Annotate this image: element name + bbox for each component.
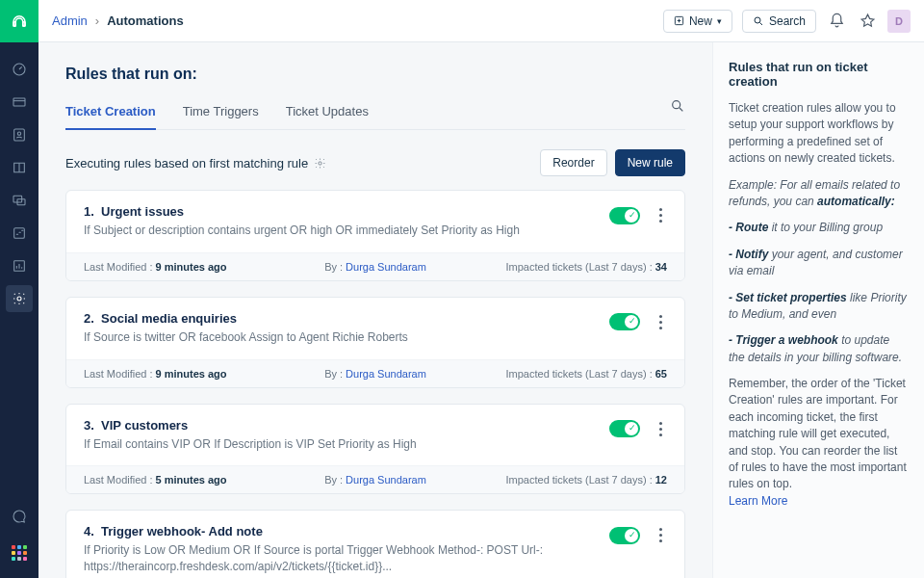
rule-toggle[interactable]: ✓ — [609, 207, 640, 224]
rule-impacted: Impacted tickets (Last 7 days) : 34 — [473, 261, 667, 273]
help-title: Rules that run on ticket creation — [729, 60, 909, 89]
rule-title: 1. Urgent issues — [84, 204, 600, 219]
rule-last-modified: Last Modified : 9 minutes ago — [84, 368, 278, 380]
help-bullet-webhook: - Trigger a webhook to update the detail… — [729, 332, 909, 366]
rule-author: By : Durga Sundaram — [278, 261, 473, 273]
search-button-label: Search — [769, 14, 806, 28]
tab-ticket-creation[interactable]: Ticket Creation — [65, 98, 156, 130]
rule-menu-icon[interactable] — [652, 311, 667, 333]
nav-forums-icon[interactable] — [6, 187, 33, 214]
svg-point-10 — [17, 297, 21, 301]
chevron-right-icon: › — [95, 13, 99, 28]
nav-analytics-icon[interactable] — [6, 220, 33, 247]
rule-last-modified: Last Modified : 5 minutes ago — [84, 474, 278, 486]
rule-menu-icon[interactable] — [652, 204, 667, 226]
search-button[interactable]: Search — [742, 10, 816, 33]
rule-title: 2. Social media enquiries — [84, 311, 600, 326]
main-content: Rules that run on: Ticket Creation Time … — [38, 42, 712, 578]
notifications-icon[interactable] — [826, 11, 847, 32]
rule-menu-icon[interactable] — [652, 524, 667, 546]
svg-rect-1 — [23, 22, 25, 27]
svg-point-14 — [319, 161, 321, 164]
nav-apps-icon[interactable] — [6, 539, 33, 566]
svg-rect-0 — [13, 22, 15, 27]
svg-rect-3 — [13, 98, 25, 106]
freshworks-icon[interactable] — [857, 11, 878, 32]
svg-rect-8 — [14, 228, 25, 239]
left-nav-rail — [0, 0, 38, 578]
rule-description: If Priority is Low OR Medium OR If Sourc… — [84, 542, 600, 575]
learn-more-link[interactable]: Learn More — [729, 494, 787, 508]
page-title: Rules that run on: — [65, 66, 685, 83]
help-example: Example: For all emails related to refun… — [729, 177, 909, 211]
rule-card[interactable]: 2. Social media enquiries If Source is t… — [65, 297, 685, 388]
nav-tickets-icon[interactable] — [6, 89, 33, 116]
breadcrumb-root[interactable]: Admin — [52, 13, 88, 28]
svg-point-5 — [17, 132, 20, 135]
help-bullet-route: - Route it to your Billing group — [729, 220, 909, 236]
search-icon — [753, 15, 764, 27]
nav-help-icon[interactable] — [6, 503, 33, 530]
rules-search-icon[interactable] — [670, 98, 685, 129]
rule-menu-icon[interactable] — [652, 418, 667, 440]
help-intro: Ticket creation rules allow you to setup… — [729, 100, 909, 168]
nav-contacts-icon[interactable] — [6, 121, 33, 148]
rule-toggle[interactable]: ✓ — [609, 527, 640, 544]
help-bullet-properties: - Set ticket properties like Priority to… — [729, 290, 909, 324]
rule-description: If Source is twitter OR facebook Assign … — [84, 329, 600, 346]
gear-icon[interactable] — [314, 157, 326, 170]
new-rule-button[interactable]: New rule — [615, 149, 685, 176]
rule-toggle[interactable]: ✓ — [609, 313, 640, 330]
rule-card[interactable]: 4. Trigger webhook- Add note If Priority… — [65, 510, 685, 578]
nav-reports-icon[interactable] — [6, 252, 33, 279]
rule-author: By : Durga Sundaram — [278, 474, 473, 486]
svg-point-12 — [755, 17, 760, 23]
chevron-down-icon: ▾ — [717, 16, 722, 26]
rule-author: By : Durga Sundaram — [278, 368, 473, 380]
new-button[interactable]: New ▾ — [663, 10, 732, 33]
app-logo[interactable] — [0, 0, 38, 42]
avatar[interactable]: D — [887, 10, 911, 33]
tab-time-triggers[interactable]: Time Triggers — [183, 98, 259, 129]
rule-description: If Subject or description contains urgen… — [84, 223, 600, 239]
breadcrumb: Admin › Automations — [52, 13, 184, 28]
reorder-button[interactable]: Reorder — [540, 149, 606, 176]
rule-impacted: Impacted tickets (Last 7 days) : 12 — [473, 474, 667, 486]
svg-point-13 — [673, 101, 680, 109]
help-panel: Rules that run on ticket creation Ticket… — [712, 42, 924, 578]
rule-title: 3. VIP customers — [84, 418, 600, 433]
execution-note: Executing rules based on first matching … — [65, 156, 326, 171]
rule-title: 4. Trigger webhook- Add note — [84, 524, 600, 539]
new-button-label: New — [689, 14, 712, 28]
breadcrumb-current: Automations — [107, 13, 183, 28]
rule-description: If Email contains VIP OR If Description … — [84, 436, 600, 453]
nav-solutions-icon[interactable] — [6, 154, 33, 181]
rule-toggle[interactable]: ✓ — [609, 420, 640, 437]
tab-ticket-updates[interactable]: Ticket Updates — [286, 98, 369, 129]
tabs: Ticket Creation Time Triggers Ticket Upd… — [65, 98, 685, 130]
nav-dashboard-icon[interactable] — [6, 56, 33, 83]
nav-admin-icon[interactable] — [6, 285, 33, 312]
help-bullet-notify: - Notify your agent, and customer via em… — [729, 247, 909, 280]
topbar: Admin › Automations New ▾ Search D — [38, 0, 924, 42]
plus-icon — [674, 15, 684, 26]
rule-impacted: Impacted tickets (Last 7 days) : 65 — [473, 368, 667, 380]
rule-card[interactable]: 3. VIP customers If Email contains VIP O… — [65, 404, 685, 495]
rule-last-modified: Last Modified : 9 minutes ago — [84, 261, 278, 273]
rule-card[interactable]: 1. Urgent issues If Subject or descripti… — [65, 190, 685, 281]
rules-list: 1. Urgent issues If Subject or descripti… — [65, 190, 685, 578]
help-ordering: Remember, the order of the 'Ticket Creat… — [729, 376, 909, 510]
